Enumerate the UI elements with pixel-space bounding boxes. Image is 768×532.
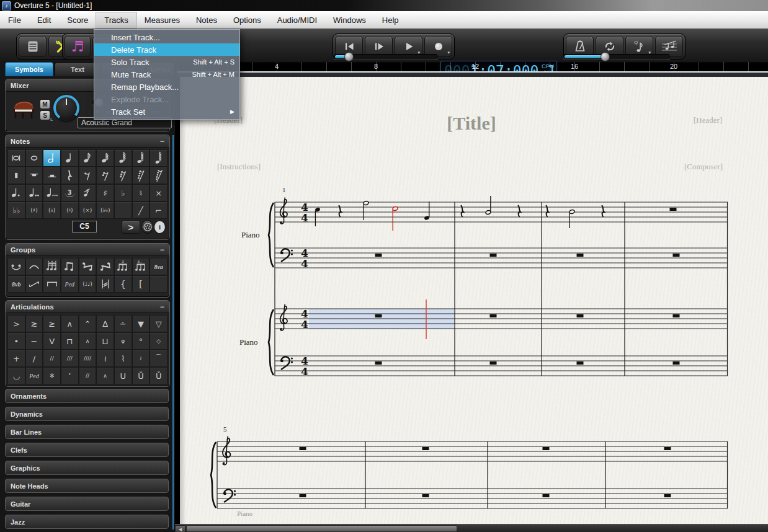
tenuto[interactable]: − — [25, 332, 43, 350]
notes-piano1-treble[interactable] — [315, 196, 676, 231]
plus-sign[interactable]: + — [7, 350, 25, 367]
accent-staccato[interactable]: ≳ — [25, 315, 43, 332]
paren-note-pair[interactable]: (♩♩) — [79, 275, 97, 293]
paren-flat[interactable]: (♭) — [43, 202, 61, 219]
menu-item-options[interactable]: Options — [225, 12, 269, 28]
arpeggio-up[interactable]: ⌇ — [114, 350, 132, 367]
octave-up[interactable]: 8va — [150, 258, 167, 275]
collapsed-panel-graphics[interactable]: Graphics — [5, 461, 169, 475]
eighth-note[interactable] — [79, 149, 97, 167]
breve-note[interactable] — [7, 149, 25, 167]
collapsed-panel-bar-lines[interactable]: Bar Lines — [5, 425, 169, 439]
mute-button[interactable]: M — [40, 99, 50, 109]
marcato-staccato[interactable]: ⌃ — [79, 315, 97, 332]
line-with-hooks[interactable] — [25, 275, 43, 293]
collapse-button[interactable]: − — [160, 138, 164, 144]
wedge-outline[interactable]: ▽ — [150, 315, 167, 332]
natural[interactable]: ♮ — [132, 184, 150, 202]
articulations-panel-header[interactable]: Articulations − — [6, 301, 169, 313]
triplet-beam-dotted[interactable] — [132, 258, 150, 275]
sixteenth-rest[interactable] — [96, 167, 114, 184]
menu-item-audio-midi[interactable]: Audio/MIDI — [269, 12, 325, 28]
thirtysecond-rest[interactable] — [114, 167, 132, 184]
marcato[interactable]: ∧ — [61, 315, 79, 332]
menu-item-windows[interactable]: Windows — [325, 12, 374, 28]
horizontal-scrollbar[interactable]: ◀ — [175, 524, 768, 532]
arpeggio[interactable]: ≀ — [96, 350, 114, 367]
collapsed-panel-note-heads[interactable]: Note Heads — [5, 479, 169, 493]
triplet-beam[interactable] — [114, 258, 132, 275]
cross-staff-beam-up[interactable] — [96, 258, 114, 275]
groups-panel-header[interactable]: Groups − — [6, 244, 169, 256]
double-sharp[interactable]: × — [150, 184, 167, 202]
menu-item-explode-track[interactable]: Explode Track... — [94, 93, 239, 105]
hundredtwentyeighth-rest[interactable] — [150, 167, 167, 184]
tremolo-2[interactable]: // — [43, 350, 61, 367]
tie[interactable] — [7, 258, 25, 275]
note-info-button[interactable]: i — [154, 220, 166, 234]
octave-down[interactable]: 8vb — [7, 275, 25, 293]
sixteenth-note[interactable] — [96, 149, 114, 167]
menu-item-edit[interactable]: Edit — [29, 12, 59, 28]
triple-dotted-note[interactable] — [43, 184, 61, 202]
up-bow[interactable]: V — [43, 332, 61, 350]
menu-item-solo-track[interactable]: Solo TrackShift + Alt + S — [94, 56, 239, 68]
breath-mark[interactable]: ’ — [61, 367, 79, 384]
tempo-slider[interactable] — [563, 54, 670, 60]
notation-canvas[interactable]: 4 4 4 4 4 4 4 4 — [180, 77, 768, 524]
scrollbar-thumb[interactable] — [186, 525, 457, 532]
empty-cell[interactable] — [114, 202, 132, 219]
harmonic-stem[interactable]: φ — [114, 332, 132, 350]
fermata-square[interactable]: U — [114, 367, 132, 384]
pitch-field[interactable]: C5 — [72, 221, 97, 233]
down-bow[interactable]: ⊓ — [61, 332, 79, 350]
bracket[interactable]: [ — [132, 275, 150, 293]
collapse-button[interactable]: − — [160, 247, 164, 253]
scroll-left-button[interactable]: ◀ — [175, 525, 185, 532]
beamed-eighth-group[interactable] — [61, 258, 79, 275]
midi-input-button[interactable] — [141, 220, 153, 234]
fermata-short[interactable]: ⌒ — [150, 350, 167, 367]
menu-item-track-set[interactable]: Track Set▶ — [94, 105, 239, 118]
menu-item-mute-track[interactable]: Mute TrackShift + Alt + M — [94, 68, 239, 81]
pan-knob[interactable] — [53, 95, 79, 121]
position-slider[interactable] — [334, 54, 438, 60]
menu-item-score[interactable]: Score — [59, 12, 96, 28]
double-flat[interactable]: ♭♭ — [7, 202, 25, 219]
tremolo-beams[interactable] — [96, 275, 114, 293]
caesura[interactable]: // — [79, 367, 97, 384]
flat[interactable]: ♭ — [114, 184, 132, 202]
position-slider-thumb[interactable] — [344, 52, 354, 61]
paren-sharp[interactable]: (♯) — [25, 202, 43, 219]
eighth-rest[interactable] — [79, 167, 97, 184]
menu-item-tracks[interactable]: Tracks — [96, 12, 136, 28]
library-button[interactable] — [19, 36, 47, 57]
menu-item-file[interactable]: File — [0, 12, 29, 28]
menu-item-remap-playback[interactable]: Remap Playback... — [94, 81, 239, 93]
whole-note[interactable] — [25, 149, 43, 167]
collapsed-panel-guitar[interactable]: Guitar — [5, 497, 169, 511]
fermata-below[interactable]: ◡ — [7, 367, 25, 384]
whole-rest[interactable] — [25, 167, 43, 184]
tab-symbols[interactable]: Symbols — [5, 62, 53, 76]
dotted-note[interactable] — [7, 184, 25, 202]
quarter-note[interactable] — [61, 149, 79, 167]
breve-rest[interactable] — [7, 167, 25, 184]
tremolo-4[interactable]: //// — [79, 350, 97, 367]
thirtysecond-note[interactable] — [114, 149, 132, 167]
wedge-filled[interactable]: ▼ — [132, 315, 150, 332]
tempo-slider-thumb[interactable] — [601, 52, 610, 61]
slash-notehead[interactable]: ╱ — [132, 202, 150, 219]
half-rest[interactable] — [43, 167, 61, 184]
heel[interactable]: ⊔ — [96, 332, 114, 350]
tuplet-3[interactable]: 3 — [61, 184, 79, 202]
paren-double-flat[interactable]: (♭♭) — [96, 202, 114, 219]
stem-slash[interactable]: ⌐ — [150, 202, 167, 219]
accent-tenuto[interactable]: ≥ — [43, 315, 61, 332]
menu-item-help[interactable]: Help — [374, 12, 407, 28]
staccato-tenuto[interactable]: ∸ — [114, 315, 132, 332]
pedal-mark[interactable]: Ped — [61, 275, 79, 293]
collapsed-panel-dynamics[interactable]: Dynamics — [5, 407, 169, 421]
menu-item-notes[interactable]: Notes — [188, 12, 225, 28]
tremolo-1[interactable]: / — [25, 350, 43, 367]
